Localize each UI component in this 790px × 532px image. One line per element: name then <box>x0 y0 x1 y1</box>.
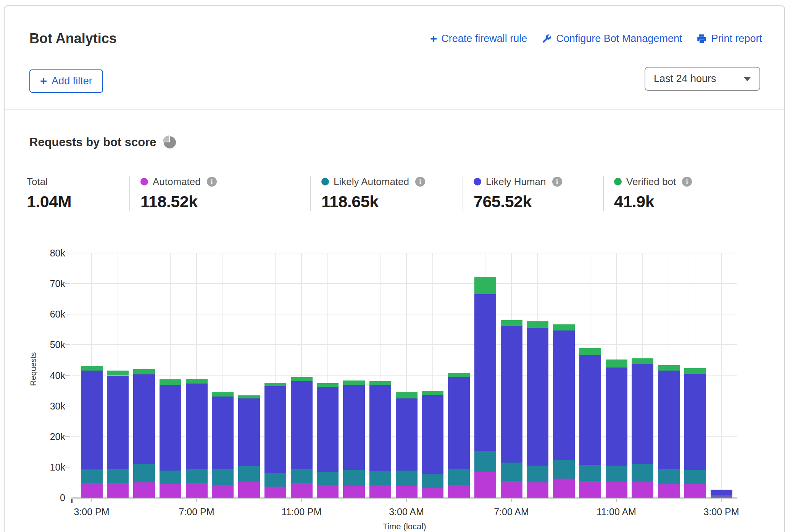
bar-segment-automated <box>553 479 575 498</box>
add-filter-label: Add filter <box>52 75 92 87</box>
bar-segment-likely-automated <box>369 471 391 485</box>
stat-verified-bot: Verified bot i 41.9k <box>603 176 763 211</box>
bar-segment-automated <box>343 486 365 498</box>
bar-segment-automated <box>264 487 286 498</box>
time-range-value: Last 24 hours <box>654 73 716 85</box>
y-tick <box>65 314 70 314</box>
stat-automated: Automated i 118.52k <box>129 176 310 211</box>
bar-segment-likely-automated <box>238 466 260 482</box>
bar-segment-verified-bot <box>553 324 575 330</box>
axis-zero-tick <box>71 499 73 503</box>
y-tick-label: 60k <box>39 309 65 320</box>
bar-segment-likely-automated <box>343 470 365 486</box>
plus-icon: + <box>40 75 47 87</box>
bar-segment-automated <box>632 482 653 498</box>
add-filter-button[interactable]: + Add filter <box>29 69 103 93</box>
create-firewall-rule-label: Create firewall rule <box>441 33 527 45</box>
x-tick-label: 7:00 AM <box>494 506 529 517</box>
bar-segment-likely-automated <box>160 471 181 484</box>
bar-segment-likely-automated <box>474 451 496 472</box>
bar-segment-likely-automated <box>684 470 706 484</box>
bar-segment-likely-human <box>396 398 418 471</box>
time-range-select[interactable]: Last 24 hours <box>645 67 760 91</box>
bar-segment-likely-automated <box>107 469 129 483</box>
bar-segment-likely-automated <box>81 469 103 483</box>
bar-segment-likely-human <box>238 398 260 466</box>
header-divider <box>5 109 784 110</box>
print-report-link[interactable]: Print report <box>696 33 762 45</box>
stat-label: Total <box>27 176 48 188</box>
automated-dot-icon <box>140 178 148 185</box>
bar-segment-likely-human <box>422 395 443 474</box>
gridline-h <box>71 253 737 253</box>
bar-segment-likely-human <box>606 368 627 465</box>
bar-segment-verified-bot <box>317 383 339 387</box>
x-tick <box>721 499 722 502</box>
page-title: Bot Analytics <box>29 31 117 47</box>
y-axis-title: Requests <box>29 331 39 407</box>
bar-segment-automated <box>684 484 706 498</box>
bar-segment-verified-bot <box>343 380 365 384</box>
bar-segment-likely-automated <box>212 469 234 485</box>
bar-segment-likely-human <box>684 374 706 470</box>
x-tick-label: 11:00 AM <box>597 506 636 517</box>
bar-segment-automated <box>396 486 418 498</box>
section-title: Requests by bot score <box>29 135 176 149</box>
bar-segment-likely-human <box>186 384 208 469</box>
x-tick-label: 3:00 AM <box>389 506 424 517</box>
bar-segment-verified-bot <box>527 321 548 328</box>
bar-segment-automated <box>238 482 260 498</box>
likely-human-dot-icon <box>474 178 481 185</box>
info-icon[interactable]: i <box>415 177 425 187</box>
configure-bot-management-link[interactable]: Configure Bot Management <box>542 33 682 45</box>
info-icon[interactable]: i <box>552 177 562 187</box>
bar-segment-automated <box>579 481 601 498</box>
bar-segment-likely-human <box>212 397 234 469</box>
x-axis-title: Time (local) <box>71 522 737 532</box>
bar-segment-likely-automated <box>186 469 208 483</box>
chart-plot: 010k20k30k40k50k60k70k80k3:00 PM7:00 PM1… <box>71 253 737 498</box>
bar-segment-likely-human <box>107 376 129 469</box>
stat-value: 118.52k <box>140 192 310 211</box>
header-actions: + Create firewall rule Configure Bot Man… <box>430 33 762 45</box>
bar-segment-likely-human <box>501 326 522 462</box>
bar-segment-automated <box>317 485 339 498</box>
y-tick <box>65 467 70 468</box>
y-tick-label: 0 <box>39 492 65 503</box>
create-firewall-rule-link[interactable]: + Create firewall rule <box>430 33 527 45</box>
bar-segment-verified-bot <box>632 358 653 364</box>
bar-segment-likely-human <box>658 371 680 469</box>
y-tick-label: 30k <box>39 401 65 412</box>
bar-segment-automated <box>448 485 470 498</box>
bot-analytics-card: Bot Analytics + Create firewall rule Con… <box>4 5 785 532</box>
y-tick <box>65 283 70 284</box>
stat-total: Total 1.04M <box>27 176 129 211</box>
bar-segment-verified-bot <box>396 392 418 398</box>
bar-segment-verified-bot <box>369 381 391 385</box>
stat-value: 41.9k <box>614 192 763 211</box>
y-tick-label: 50k <box>39 339 65 350</box>
info-icon[interactable]: i <box>207 177 217 187</box>
y-tick-label: 40k <box>39 370 65 381</box>
y-tick <box>65 436 70 437</box>
bar-segment-verified-bot <box>606 360 627 368</box>
bar-segment-verified-bot <box>658 365 680 371</box>
bar-segment-likely-human <box>474 294 496 451</box>
bar-segment-verified-bot <box>133 369 155 374</box>
bar-segment-likely-automated <box>527 466 548 482</box>
x-tick <box>301 499 302 502</box>
x-tick <box>196 499 197 502</box>
stat-value: 1.04M <box>27 192 129 211</box>
stat-label: Likely Automated <box>334 176 409 188</box>
bar-segment-automated <box>160 484 181 498</box>
bar-segment-verified-bot <box>711 490 732 490</box>
wrench-icon <box>542 34 552 44</box>
x-tick-label: 3:00 PM <box>703 506 739 517</box>
bar-segment-automated <box>606 482 627 498</box>
bar-segment-automated <box>369 485 391 498</box>
bar-segment-likely-human <box>343 385 365 470</box>
y-tick <box>65 344 70 345</box>
bar-segment-verified-bot <box>160 379 181 385</box>
bar-segment-automated <box>133 482 155 498</box>
info-icon[interactable]: i <box>682 177 692 187</box>
